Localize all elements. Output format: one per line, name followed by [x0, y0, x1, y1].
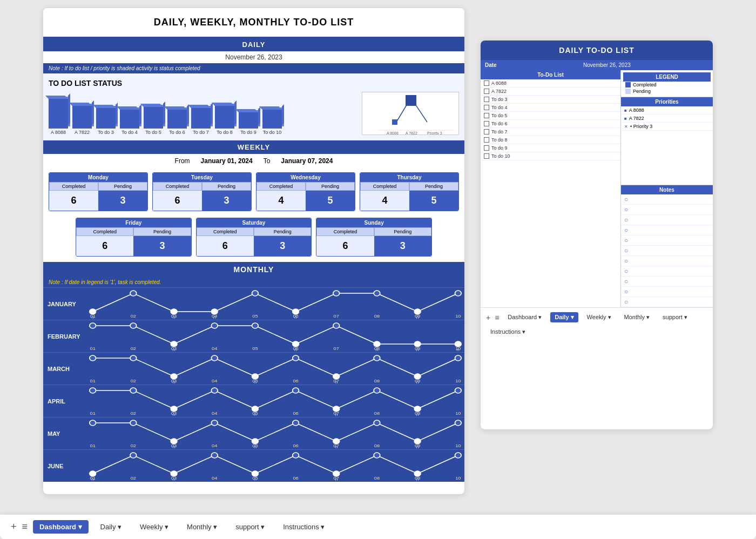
todo-item: To do 10	[481, 152, 620, 160]
svg-text:0: 0	[416, 316, 419, 319]
todo-checkbox[interactable]	[484, 89, 489, 94]
todo-checkbox[interactable]	[484, 80, 489, 86]
svg-point-98	[90, 388, 96, 393]
svg-text:0: 0	[376, 348, 379, 351]
day-stats: Completed Pending 6 3	[49, 182, 147, 211]
priorities-section: Priorities ■ A 8088 ■ A 7822 ✕ • Priorit…	[621, 97, 713, 185]
nav-dashboard[interactable]: Dashboard ▾	[33, 520, 89, 534]
svg-text:06: 06	[293, 379, 299, 383]
svg-text:1: 1	[457, 419, 460, 420]
main-title: DAILY, WEEKLY, MONTHLY TO-DO LIST	[43, 8, 464, 38]
from-label: From	[175, 157, 190, 165]
priority-item: ■ A 8088	[621, 106, 713, 114]
svg-point-20	[252, 291, 259, 296]
todo-checkbox[interactable]	[484, 145, 489, 151]
month-chart: 011021030041050061070081090101	[86, 386, 464, 416]
legend-header: LEGEND	[623, 72, 711, 82]
daily-section-header: DAILY	[43, 38, 464, 51]
svg-text:0: 0	[173, 478, 176, 481]
svg-text:1: 1	[294, 419, 297, 420]
pending-value: 3	[254, 236, 311, 256]
svg-text:0: 0	[91, 478, 94, 481]
svg-point-173	[293, 453, 299, 458]
monthly-header: MONTHLY	[43, 262, 464, 277]
pending-header: Pending	[254, 227, 311, 236]
right-nav-daily[interactable]: Daily ▾	[550, 312, 578, 322]
right-nav-monthly[interactable]: Monthly ▾	[620, 312, 654, 322]
notes-header: Notes	[621, 185, 713, 194]
legend-item: Completed	[623, 82, 711, 88]
nav-weekly[interactable]: Weekly ▾	[133, 520, 175, 534]
note-bullet: ○	[624, 237, 628, 244]
todo-checkbox[interactable]	[484, 137, 489, 143]
svg-text:0: 0	[254, 478, 256, 481]
bottom-nav: + ≡ Dashboard ▾ Daily ▾ Weekly ▾ Monthly…	[0, 515, 756, 539]
right-nav-dashboard[interactable]: Dashboard ▾	[503, 312, 546, 322]
bar-label: A 8088	[51, 130, 66, 135]
todo-list-col: To-Do List A 8088 A 7822 To do 3 To do 4…	[481, 70, 621, 307]
right-nav-instructions[interactable]: Instructions ▾	[486, 327, 530, 337]
svg-text:1: 1	[213, 321, 216, 322]
svg-text:A 8088: A 8088	[387, 131, 399, 135]
right-date-value: November 26, 2023	[501, 60, 713, 70]
month-label: MAY	[43, 428, 86, 439]
priority-item: ✕ • Priority 3	[621, 123, 713, 131]
todo-checkbox[interactable]	[484, 113, 489, 118]
right-nav-menu[interactable]: ≡	[495, 313, 499, 322]
note-item: ○	[621, 215, 713, 225]
todo-checkbox[interactable]	[484, 153, 489, 159]
todo-checkbox[interactable]	[484, 129, 489, 134]
todo-checkbox[interactable]	[484, 97, 489, 102]
month-label: MARCH	[43, 363, 86, 374]
day-card: Thursday Completed Pending 4 5	[360, 172, 459, 211]
day-header: Tuesday	[153, 173, 251, 182]
completed-header: Completed	[153, 182, 202, 191]
right-nav-plus[interactable]: +	[486, 313, 490, 322]
month-chart: 011021030041050061070081090101	[86, 354, 464, 383]
svg-point-11	[130, 291, 137, 296]
svg-text:1: 1	[376, 451, 379, 452]
priority-icon: ✕	[624, 124, 628, 129]
svg-text:1: 1	[132, 419, 135, 420]
svg-point-107	[211, 388, 218, 393]
nav-menu-icon[interactable]: ≡	[22, 521, 28, 533]
pending-header: Pending	[133, 227, 191, 236]
svg-text:1: 1	[213, 354, 216, 355]
day-stats: Completed Pending 6 3	[76, 227, 191, 256]
right-nav-support[interactable]: support ▾	[658, 312, 692, 322]
bar-item: To do 6	[167, 110, 187, 135]
bar-item: To do 5	[144, 107, 163, 135]
svg-text:1: 1	[132, 451, 135, 452]
month-row: MARCH 011021030041050061070081090101	[43, 352, 464, 385]
svg-text:1: 1	[91, 321, 94, 322]
completed-value: 6	[49, 191, 98, 211]
bar-label: To do 3	[98, 130, 114, 135]
right-nav-weekly[interactable]: Weekly ▾	[583, 312, 616, 322]
nav-instructions[interactable]: Instructions ▾	[276, 520, 331, 534]
nav-monthly[interactable]: Monthly ▾	[180, 520, 224, 534]
svg-point-161	[130, 453, 137, 458]
todo-label: To do 6	[491, 121, 508, 126]
nav-support[interactable]: support ▾	[229, 520, 271, 534]
bar-item: To do 10	[262, 110, 282, 135]
nav-plus-icon[interactable]: +	[11, 521, 17, 533]
month-row: FEBRUARY 011021030041051060071080090100	[43, 320, 464, 352]
svg-point-113	[293, 388, 299, 393]
day-header: Thursday	[360, 173, 458, 182]
svg-text:0: 0	[335, 446, 338, 448]
svg-text:06: 06	[293, 411, 299, 416]
svg-text:1: 1	[91, 419, 94, 420]
todo-checkbox[interactable]	[484, 121, 489, 126]
note-bullet: ○	[624, 298, 628, 306]
svg-point-26	[333, 291, 340, 296]
notes-section: Notes ○○○○○○○○○○○	[621, 185, 713, 307]
svg-rect-3	[392, 119, 397, 125]
from-date: January 01, 2024	[201, 157, 253, 165]
nav-daily[interactable]: Daily ▾	[94, 520, 129, 534]
daily-note: Note : If to do list / priority is shade…	[43, 63, 464, 73]
month-label: APRIL	[43, 396, 86, 407]
day-card: Monday Completed Pending 6 3	[49, 172, 148, 211]
bottom-days-grid: Friday Completed Pending 6 3 Saturday Co…	[43, 215, 464, 259]
svg-text:0: 0	[254, 446, 256, 448]
todo-checkbox[interactable]	[484, 105, 489, 110]
